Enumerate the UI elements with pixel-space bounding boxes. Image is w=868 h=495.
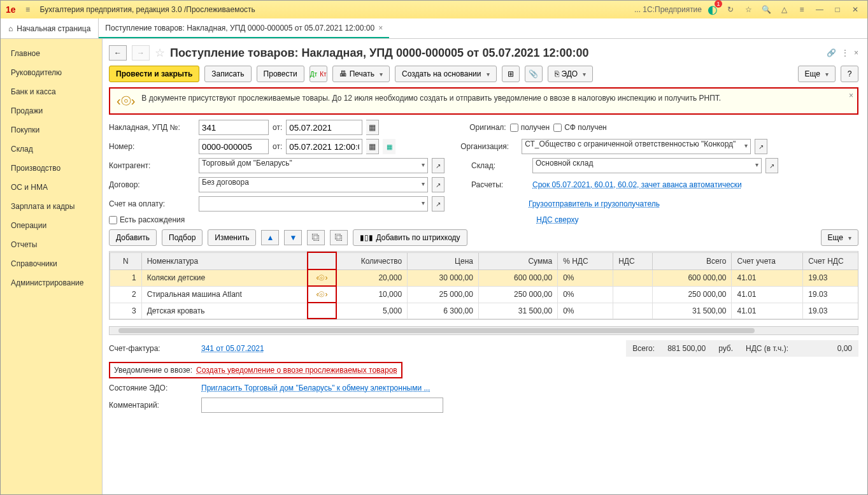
- sidebar-item-operations[interactable]: Операции: [1, 216, 102, 235]
- warehouse-select[interactable]: Основной склад: [532, 158, 762, 173]
- more-icon[interactable]: ⋮: [841, 48, 849, 57]
- doc-datetime-input[interactable]: [286, 139, 362, 154]
- edo-state-label: Состояние ЭДО:: [109, 384, 195, 392]
- home-tab[interactable]: ⌂ Начальная страница: [1, 18, 99, 38]
- col-acc[interactable]: Счет учета: [732, 252, 803, 269]
- nav-forward-button[interactable]: →: [132, 45, 150, 61]
- calendar-icon-1[interactable]: ▦: [366, 120, 379, 135]
- edo-button[interactable]: ⎘ЭДО: [548, 66, 594, 82]
- col-n[interactable]: N: [110, 252, 142, 269]
- vat-link[interactable]: НДС сверху: [536, 215, 578, 224]
- clock-icon[interactable]: ↻: [723, 3, 737, 17]
- nav-back-button[interactable]: ←: [109, 45, 127, 61]
- col-sum[interactable]: Сумма: [478, 252, 557, 269]
- sidebar-item-assets[interactable]: ОС и НМА: [1, 178, 102, 197]
- edo-state-link[interactable]: Пригласить Торговый дом "Беларусь" к обм…: [201, 384, 430, 392]
- table-row[interactable]: 3Детская кровать5,0006 300,0031 500,000%…: [110, 303, 859, 319]
- sidebar-item-admin[interactable]: Администрирование: [1, 273, 102, 292]
- sidebar-item-purchases[interactable]: Покупки: [1, 120, 102, 140]
- invoice-order-open-icon[interactable]: ↗: [432, 196, 445, 212]
- datetime-ext-icon[interactable]: ▦: [383, 139, 395, 154]
- banner-close-icon[interactable]: ×: [849, 91, 853, 100]
- banner-text: В документе присутствуют прослеживаемые …: [141, 94, 721, 103]
- structure-button[interactable]: ⊞: [502, 66, 520, 82]
- tab-close-icon[interactable]: ×: [378, 24, 383, 32]
- close-doc-icon[interactable]: ×: [854, 48, 858, 57]
- invoice-order-select[interactable]: [199, 196, 428, 212]
- sf-received-label: СФ получен: [564, 123, 607, 132]
- col-nomenclature[interactable]: Номенклатура: [141, 252, 308, 269]
- org-open-icon[interactable]: ↗: [755, 139, 767, 154]
- post-button[interactable]: Провести: [257, 66, 304, 82]
- invoice-date-input[interactable]: [286, 120, 362, 135]
- col-qty[interactable]: Количество: [336, 252, 408, 269]
- create-based-button[interactable]: Создать на основании: [395, 66, 497, 82]
- goods-table: N Номенклатура Количество Цена Сумма % Н…: [109, 251, 858, 320]
- link-icon[interactable]: 🔗: [827, 48, 836, 57]
- sidebar-item-warehouse[interactable]: Склад: [1, 140, 102, 159]
- bell-icon[interactable]: △: [777, 3, 791, 17]
- col-vat[interactable]: НДС: [613, 252, 653, 269]
- help-button[interactable]: ?: [841, 66, 858, 82]
- print-button[interactable]: 🖶Печать: [332, 66, 390, 82]
- attach-button[interactable]: 📎: [525, 66, 543, 82]
- received-checkbox[interactable]: [510, 124, 518, 132]
- maximize-icon[interactable]: □: [830, 3, 844, 17]
- move-up-button[interactable]: ▲: [261, 230, 279, 245]
- counterparty-open-icon[interactable]: ↗: [432, 158, 445, 173]
- comment-input[interactable]: [201, 398, 443, 413]
- menu-icon[interactable]: ≡: [21, 3, 35, 17]
- calc-link[interactable]: Срок 05.07.2021, 60.01, 60.02, зачет ава…: [532, 180, 742, 189]
- edit-row-button[interactable]: Изменить: [208, 229, 256, 246]
- counterparty-select[interactable]: Торговый дом "Беларусь": [199, 158, 428, 173]
- notification-icon[interactable]: ◐: [706, 3, 720, 17]
- save-button[interactable]: Записать: [204, 66, 251, 82]
- table-row[interactable]: 1Коляски детские‹⦾›20,00030 000,00600 00…: [110, 269, 859, 286]
- col-vat-acc[interactable]: Счет НДС: [803, 252, 858, 269]
- number-input[interactable]: [199, 139, 269, 154]
- contract-open-icon[interactable]: ↗: [432, 177, 445, 192]
- sidebar-item-production[interactable]: Производство: [1, 159, 102, 178]
- sidebar-item-references[interactable]: Справочники: [1, 254, 102, 273]
- sf-received-checkbox[interactable]: [553, 124, 562, 132]
- sidebar-item-sales[interactable]: Продажи: [1, 101, 102, 120]
- paste-rows-button[interactable]: ⿻: [330, 230, 348, 245]
- org-select[interactable]: СТ_Общество с ограниченной ответственнос…: [522, 139, 751, 154]
- sidebar-item-bank[interactable]: Банк и касса: [1, 82, 102, 101]
- sidebar-item-main[interactable]: Главное: [1, 44, 102, 63]
- table-scrollbar[interactable]: [109, 326, 858, 335]
- table-row[interactable]: 2Стиральная машина Atlant‹⦾›10,00025 000…: [110, 286, 859, 303]
- invoice-link[interactable]: 341 от 05.07.2021: [201, 344, 264, 353]
- col-price[interactable]: Цена: [408, 252, 479, 269]
- contract-select[interactable]: Без договора: [199, 177, 428, 192]
- copy-rows-button[interactable]: ⿻: [307, 230, 325, 245]
- add-row-button[interactable]: Добавить: [109, 229, 157, 246]
- barcode-icon: ▮▯▮: [360, 233, 373, 242]
- vat-total-value: 0,00: [801, 344, 852, 353]
- pick-button[interactable]: Подбор: [162, 229, 203, 246]
- settings-icon[interactable]: ≡: [795, 3, 809, 17]
- create-import-notice-link[interactable]: Создать уведомление о ввозе прослеживаем…: [196, 366, 397, 375]
- calendar-icon-2[interactable]: ▦: [366, 139, 379, 154]
- document-tab[interactable]: Поступление товаров: Накладная, УПД 0000…: [99, 18, 389, 38]
- col-vat-pct[interactable]: % НДС: [558, 252, 613, 269]
- sidebar-item-payroll[interactable]: Зарплата и кадры: [1, 197, 102, 216]
- shipper-link[interactable]: Грузоотправитель и грузополучатель: [529, 199, 660, 208]
- minimize-icon[interactable]: —: [813, 3, 827, 17]
- move-down-button[interactable]: ▼: [284, 230, 302, 245]
- table-more-button[interactable]: Еще: [821, 229, 858, 246]
- more-button[interactable]: Еще: [798, 66, 836, 82]
- col-total[interactable]: Всего: [653, 252, 732, 269]
- favorite-icon[interactable]: ☆: [155, 46, 165, 60]
- post-and-close-button[interactable]: Провести и закрыть: [109, 66, 199, 82]
- search-icon[interactable]: 🔍: [759, 3, 773, 17]
- add-barcode-button[interactable]: ▮▯▮Добавить по штрихкоду: [353, 229, 467, 246]
- sidebar-item-manager[interactable]: Руководителю: [1, 63, 102, 82]
- close-window-icon[interactable]: ✕: [848, 3, 862, 17]
- discrepancy-checkbox[interactable]: [109, 216, 117, 224]
- dtct-button[interactable]: ДтКт: [309, 66, 327, 82]
- invoice-num-input[interactable]: [199, 120, 269, 135]
- sidebar-item-reports[interactable]: Отчеты: [1, 235, 102, 254]
- warehouse-open-icon[interactable]: ↗: [765, 158, 778, 173]
- star-icon[interactable]: ☆: [741, 3, 755, 17]
